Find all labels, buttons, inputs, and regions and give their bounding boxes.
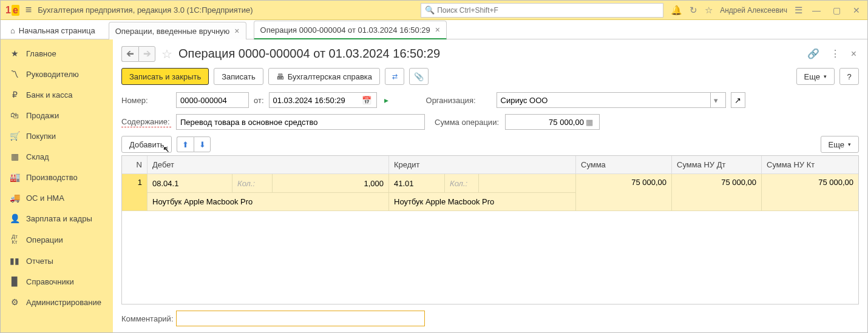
- close-window-icon[interactable]: ✕: [850, 5, 863, 15]
- col-n[interactable]: N: [122, 156, 147, 173]
- label-org: Организация:: [426, 96, 492, 105]
- post-icon[interactable]: ▸: [384, 95, 388, 105]
- label-content: Содержание:: [121, 117, 171, 127]
- org-open-button[interactable]: ↗: [731, 92, 745, 108]
- topbar: 1е ≡ Бухгалтерия предприятия, редакция 3…: [1, 1, 867, 20]
- sidebar-item-operations[interactable]: ДтКтОперации: [1, 229, 113, 251]
- col-nukt[interactable]: Сумма НУ Кт: [762, 156, 858, 173]
- nav-forward-button[interactable]: 🡪: [138, 46, 155, 62]
- btn-label: Еще: [804, 72, 820, 81]
- cell-nukt: 75 000,00: [762, 174, 858, 210]
- home-icon: ⌂: [10, 26, 15, 35]
- dtkt-icon: ⇄: [392, 73, 398, 81]
- history-icon[interactable]: ↻: [690, 5, 697, 16]
- label-sum: Сумма операции:: [435, 118, 500, 127]
- save-close-button[interactable]: Записать и закрыть: [121, 68, 209, 85]
- sidebar-item-manager[interactable]: 〽Руководителю: [1, 64, 113, 84]
- sidebar: ★Главное 〽Руководителю ₽Банк и касса 🛍Пр…: [1, 39, 113, 332]
- more-table-button[interactable]: Еще ▾: [821, 136, 859, 153]
- cart-icon: 🛒: [9, 131, 20, 141]
- save-button[interactable]: Записать: [214, 68, 263, 85]
- sidebar-label: Администрирование: [26, 298, 101, 307]
- maximize-icon[interactable]: ▢: [830, 5, 843, 15]
- close-doc-icon[interactable]: ×: [849, 46, 859, 62]
- link-icon[interactable]: 🔗: [805, 45, 822, 62]
- number-input[interactable]: [180, 96, 245, 105]
- chevron-down-icon: ▾: [848, 141, 851, 147]
- sidebar-item-payroll[interactable]: 👤Зарплата и кадры: [1, 208, 113, 229]
- move-down-button[interactable]: ⬇: [194, 136, 211, 152]
- move-up-button[interactable]: ⬆: [177, 136, 194, 152]
- content-input[interactable]: [180, 118, 421, 127]
- date-input[interactable]: [273, 96, 361, 105]
- sidebar-item-references[interactable]: ▉Справочники: [1, 271, 113, 292]
- col-nudt[interactable]: Сумма НУ Дт: [672, 156, 762, 173]
- search-icon: 🔍: [425, 5, 435, 15]
- content-field[interactable]: [176, 114, 425, 130]
- table-row[interactable]: 1 08.04.1 Кол.: 1,000 Ноутбук Apple Macb…: [122, 174, 858, 211]
- sidebar-item-admin[interactable]: ⚙Администрирование: [1, 292, 113, 312]
- dtkt-button[interactable]: ⇄: [385, 68, 404, 85]
- col-credit[interactable]: Кредит: [389, 156, 576, 173]
- sidebar-label: Банк и касса: [26, 90, 73, 99]
- search-box[interactable]: 🔍: [421, 3, 663, 18]
- sum-field[interactable]: ▦: [505, 114, 600, 130]
- search-input[interactable]: [437, 6, 659, 15]
- sidebar-item-production[interactable]: 🏭Производство: [1, 167, 113, 187]
- factory-icon: 🏭: [9, 172, 20, 182]
- help-button[interactable]: ?: [839, 68, 859, 85]
- org-field[interactable]: ▾: [497, 92, 726, 108]
- sidebar-item-warehouse[interactable]: ▦Склад: [1, 146, 113, 167]
- sidebar-label: Продажи: [26, 111, 59, 120]
- minimize-icon[interactable]: —: [810, 5, 823, 15]
- sidebar-item-assets[interactable]: 🚚ОС и НМА: [1, 187, 113, 208]
- add-button[interactable]: Добавить◢: [121, 136, 172, 153]
- cell-debit-name: Ноутбук Apple Macbook Pro: [147, 193, 257, 210]
- sidebar-item-sales[interactable]: 🛍Продажи: [1, 105, 113, 126]
- kebab-icon[interactable]: ⋮: [828, 45, 843, 62]
- number-field[interactable]: [176, 92, 249, 108]
- date-field[interactable]: 📅: [269, 92, 377, 108]
- close-icon[interactable]: ×: [435, 25, 440, 35]
- cell-nudt: 75 000,00: [672, 174, 762, 210]
- btn-label: Еще: [829, 140, 844, 149]
- sidebar-label: Справочники: [26, 277, 74, 286]
- truck-icon: 🚚: [9, 193, 20, 203]
- sum-input[interactable]: [509, 118, 584, 127]
- nav-back-button[interactable]: 🡨: [121, 46, 138, 62]
- favorite-star-icon[interactable]: ☆: [161, 47, 172, 61]
- comment-input[interactable]: [180, 314, 421, 323]
- home-tab[interactable]: ⌂ Начальная страница: [4, 22, 101, 39]
- star-icon[interactable]: ☆: [705, 5, 713, 16]
- calculator-icon[interactable]: ▦: [584, 118, 595, 127]
- chevron-down-icon[interactable]: ▾: [710, 93, 722, 107]
- book-icon: ▉: [9, 277, 20, 286]
- close-icon[interactable]: ×: [234, 26, 239, 36]
- sidebar-item-reports[interactable]: ▮▮Отчеты: [1, 251, 113, 271]
- person-icon: 👤: [9, 214, 20, 223]
- sidebar-label: Руководителю: [26, 70, 79, 79]
- sidebar-item-bank[interactable]: ₽Банк и касса: [1, 84, 113, 105]
- sidebar-item-purchases[interactable]: 🛒Покупки: [1, 126, 113, 146]
- sidebar-item-main[interactable]: ★Главное: [1, 43, 113, 64]
- attach-button[interactable]: 📎: [409, 68, 429, 85]
- user-name[interactable]: Андрей Алексеевич: [720, 6, 787, 15]
- grid-header: N Дебет Кредит Сумма Сумма НУ Дт Сумма Н…: [122, 156, 858, 174]
- bell-icon[interactable]: 🔔: [671, 5, 682, 16]
- col-sum[interactable]: Сумма: [576, 156, 672, 173]
- calendar-icon[interactable]: 📅: [361, 96, 372, 105]
- logo-1c: 1е: [5, 5, 19, 16]
- org-input[interactable]: [501, 96, 710, 105]
- more-button[interactable]: Еще ▾: [796, 68, 835, 85]
- chart-bar-icon: ▮▮: [9, 256, 20, 266]
- comment-field[interactable]: [176, 311, 425, 326]
- tab-operations-list[interactable]: Операции, введенные вручную ×: [109, 22, 246, 39]
- btn-label: Записать и закрыть: [129, 72, 201, 81]
- menu-icon[interactable]: ≡: [25, 4, 32, 16]
- settings-icon[interactable]: ☰: [795, 5, 802, 16]
- print-button[interactable]: 🖶Бухгалтерская справка: [268, 68, 380, 85]
- tab-operation-doc[interactable]: Операция 0000-000004 от 01.03.2024 16:50…: [254, 21, 447, 39]
- cell-debit-qty: 1,000: [273, 174, 388, 192]
- col-debit[interactable]: Дебет: [147, 156, 389, 173]
- tab-label: Операции, введенные вручную: [115, 27, 230, 36]
